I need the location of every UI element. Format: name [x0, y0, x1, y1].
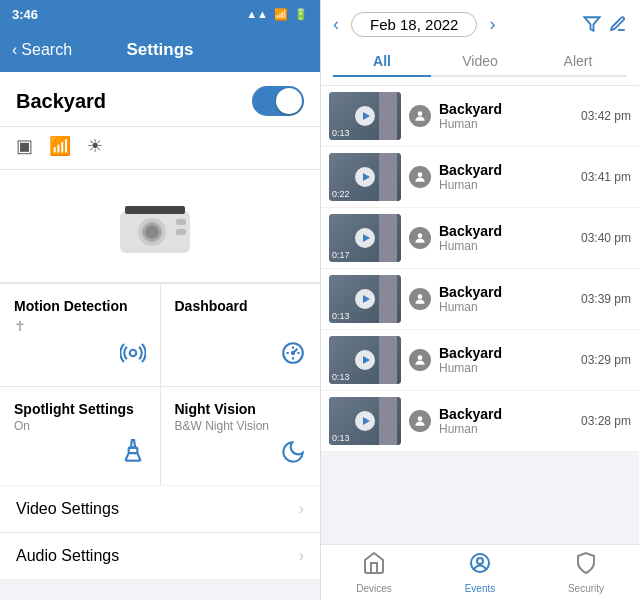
event-duration: 0:13: [332, 311, 350, 321]
tile-night-vision[interactable]: Night Vision B&W Night Vision: [161, 387, 321, 485]
event-info: Backyard Human: [439, 345, 573, 375]
nav-security-label: Security: [568, 583, 604, 594]
svg-point-17: [418, 172, 423, 177]
svg-marker-15: [585, 17, 600, 31]
event-duration: 0:13: [332, 372, 350, 382]
event-item[interactable]: 0:17 Backyard Human 03:40 pm: [321, 208, 639, 269]
event-item[interactable]: 0:13 Backyard Human 03:39 pm: [321, 269, 639, 330]
event-info: Backyard Human: [439, 162, 573, 192]
event-item[interactable]: 0:13 Backyard Human 03:28 pm: [321, 391, 639, 452]
event-item[interactable]: 0:13 Backyard Human 03:29 pm: [321, 330, 639, 391]
tab-video[interactable]: Video: [431, 47, 529, 75]
person-icon: [409, 349, 431, 371]
back-arrow-icon: ‹: [12, 41, 17, 59]
event-info: Backyard Human: [439, 284, 573, 314]
next-date-button[interactable]: ›: [489, 14, 495, 35]
svg-point-3: [145, 225, 159, 239]
device-icons-row: ▣ 📶 ☀: [0, 127, 320, 170]
event-thumbnail: 0:22: [329, 153, 401, 201]
edit-icon[interactable]: [609, 15, 627, 38]
svg-rect-4: [125, 206, 185, 214]
event-time: 03:39 pm: [581, 292, 631, 306]
play-button[interactable]: [355, 106, 375, 126]
device-toggle[interactable]: [252, 86, 304, 116]
right-panel: ‹ Feb 18, 2022 › All V: [320, 0, 639, 600]
person-icon: [409, 288, 431, 310]
nav-events[interactable]: Events: [427, 551, 533, 594]
battery-icon: 🔋: [294, 8, 308, 21]
event-thumbnail: 0:13: [329, 397, 401, 445]
event-time: 03:41 pm: [581, 170, 631, 184]
date-nav: ‹ Feb 18, 2022 ›: [333, 12, 495, 37]
event-info: Backyard Human: [439, 101, 573, 131]
time-display: 3:46: [12, 7, 38, 22]
person-icon: [409, 105, 431, 127]
tile-dashboard[interactable]: Dashboard: [161, 284, 321, 386]
device-header: Backyard: [0, 72, 320, 127]
page-title: Settings: [126, 40, 193, 60]
play-button[interactable]: [355, 167, 375, 187]
svg-marker-10: [130, 440, 134, 448]
play-button[interactable]: [355, 228, 375, 248]
settings-grid: Motion Detection ✝ Dashboard: [0, 283, 320, 485]
tab-alert[interactable]: Alert: [529, 47, 627, 75]
svg-point-20: [418, 355, 423, 360]
event-duration: 0:22: [332, 189, 350, 199]
person-icon: [409, 227, 431, 249]
play-button[interactable]: [355, 411, 375, 431]
event-time: 03:42 pm: [581, 109, 631, 123]
play-button[interactable]: [355, 350, 375, 370]
person-icon: [409, 410, 431, 432]
events-list: 0:13 Backyard Human 03:42 pm 0:22 Ba: [321, 86, 639, 544]
bottom-nav: Devices Events Security: [321, 544, 639, 600]
nav-devices[interactable]: Devices: [321, 551, 427, 594]
events-header: ‹ Feb 18, 2022 › All V: [321, 0, 639, 86]
dashboard-icon: [280, 340, 306, 372]
event-item[interactable]: 0:13 Backyard Human 03:42 pm: [321, 86, 639, 147]
video-settings-item[interactable]: Video Settings ›: [0, 486, 320, 533]
svg-point-21: [418, 416, 423, 421]
nav-events-label: Events: [465, 583, 496, 594]
event-item[interactable]: 0:22 Backyard Human 03:41 pm: [321, 147, 639, 208]
tile-title: Spotlight Settings On: [14, 401, 146, 433]
camera-image-container: [0, 170, 320, 283]
svg-point-7: [129, 350, 136, 357]
back-label: Search: [21, 41, 72, 59]
motion-sub-icon: ✝: [14, 318, 146, 334]
svg-point-19: [418, 294, 423, 299]
toggle-thumb: [276, 88, 302, 114]
status-bar: 3:46 ▲▲ 📶 🔋: [0, 0, 320, 28]
tabs-row: All Video Alert: [333, 47, 627, 77]
nav-devices-label: Devices: [356, 583, 392, 594]
svg-rect-5: [176, 219, 186, 225]
event-thumbnail: 0:13: [329, 92, 401, 140]
security-icon: [574, 551, 598, 581]
camera-image: [100, 186, 220, 266]
nav-security[interactable]: Security: [533, 551, 639, 594]
back-button[interactable]: ‹ Search: [12, 41, 72, 59]
tile-title: Motion Detection ✝: [14, 298, 146, 334]
event-duration: 0:13: [332, 433, 350, 443]
filter-icon[interactable]: [583, 15, 601, 38]
status-bar-right: ▲▲ 📶 🔋: [246, 8, 308, 21]
svg-point-16: [418, 111, 423, 116]
device-name: Backyard: [16, 90, 106, 113]
audio-settings-item[interactable]: Audio Settings ›: [0, 533, 320, 579]
svg-point-18: [418, 233, 423, 238]
play-button[interactable]: [355, 289, 375, 309]
event-time: 03:40 pm: [581, 231, 631, 245]
settings-content: Backyard ▣ 📶 ☀: [0, 72, 320, 600]
header-action-icons: [583, 15, 627, 38]
event-thumbnail: 0:13: [329, 336, 401, 384]
battery-status-icon: ▣: [16, 135, 33, 157]
tile-spotlight[interactable]: Spotlight Settings On: [0, 387, 160, 485]
prev-date-button[interactable]: ‹: [333, 14, 339, 35]
tile-motion-detection[interactable]: Motion Detection ✝: [0, 284, 160, 386]
wifi-status-icon: 📶: [49, 135, 71, 157]
spotlight-icon: [120, 439, 146, 471]
night-vision-icon: [280, 439, 306, 471]
events-header-top: ‹ Feb 18, 2022 ›: [333, 8, 627, 45]
tab-all[interactable]: All: [333, 47, 431, 77]
svg-rect-6: [176, 229, 186, 235]
chevron-right-icon: ›: [299, 500, 304, 518]
